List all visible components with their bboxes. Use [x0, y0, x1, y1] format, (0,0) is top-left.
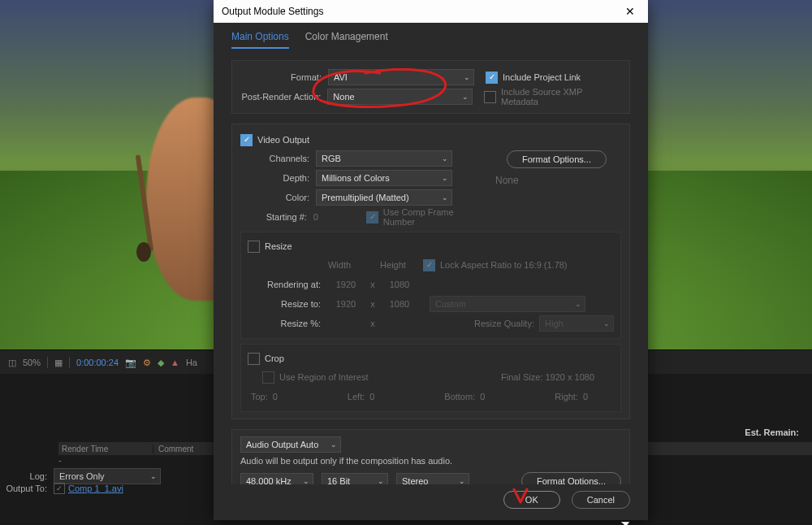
rendering-at-label: Rendering at: — [248, 280, 327, 289]
use-roi-label: Use Region of Interest — [279, 372, 368, 382]
post-render-select[interactable]: None ⌄ — [327, 89, 473, 105]
resize-quality-select: High ⌄ — [539, 315, 614, 332]
include-xmp-label: Include Source XMP Metadata — [501, 87, 621, 106]
resize-pct-label: Resize %: — [248, 319, 327, 328]
video-output-title: Video Output — [257, 135, 309, 145]
include-project-link-checkbox[interactable] — [486, 72, 498, 84]
crop-left-value: 0 — [369, 392, 400, 401]
video-format-options-button[interactable]: Format Options... — [507, 150, 607, 168]
cancel-button[interactable]: Cancel — [572, 491, 630, 509]
format-label: Format: — [240, 72, 328, 82]
ok-button[interactable]: OK — [503, 491, 560, 509]
starting-value: 0 — [313, 212, 343, 222]
chevron-down-icon: ⌄ — [442, 193, 448, 202]
bg-tail-tip — [136, 242, 151, 262]
chevron-down-icon: ⌄ — [330, 440, 337, 449]
resize-to-preset-select: Custom ⌄ — [430, 296, 585, 312]
hint-text: Ha — [186, 358, 197, 367]
video-output-checkbox[interactable] — [240, 134, 253, 146]
red-icon[interactable]: ▲ — [171, 358, 179, 367]
include-project-link-label: Include Project Link — [503, 72, 581, 82]
log-select[interactable]: Errors Only ⌄ — [54, 468, 161, 484]
lock-aspect-label: Lock Aspect Ratio to 16:9 (1.78) — [440, 260, 568, 270]
crop-bottom-value: 0 — [480, 392, 511, 401]
resize-to-width: 1920 — [327, 299, 365, 309]
x-sep-3: x — [365, 319, 381, 328]
depth-select[interactable]: Millions of Colors ⌄ — [316, 170, 452, 186]
video-panel: Video Output Channels: RGB ⌄ Depth: Mi — [231, 124, 630, 419]
x-sep-1: x — [365, 280, 381, 289]
audio-output-mode-select[interactable]: Audio Output Auto ⌄ — [240, 436, 341, 453]
dialog-footer: OK Cancel — [214, 484, 648, 520]
output-to-link[interactable]: Comp 1_1.avi — [68, 484, 123, 493]
nav-icon[interactable]: ⚙ — [143, 358, 151, 368]
output-to-label: Output To: — [0, 484, 54, 493]
resize-height-header: Height — [374, 260, 412, 270]
rendering-at-width: 1920 — [327, 280, 365, 289]
log-row: Log: Errors Only ⌄ — [0, 468, 161, 484]
audio-note: Audio will be output only if the composi… — [240, 453, 621, 472]
tabs: Main Options Color Management — [214, 23, 648, 49]
chevron-down-icon: ⌄ — [150, 472, 157, 480]
use-comp-frame-label: Use Comp Frame Number — [383, 207, 484, 227]
crop-bottom-label: Bottom: — [444, 392, 475, 401]
output-to-checkbox[interactable]: ✓ — [54, 483, 65, 494]
crop-left-label: Left: — [348, 392, 365, 401]
masks-icon[interactable]: ◫ — [8, 358, 16, 368]
crop-panel: Crop Use Region of Interest Final Size: … — [240, 344, 621, 412]
crop-final-size: Final Size: 1920 x 1080 — [501, 372, 614, 382]
channels-select[interactable]: RGB ⌄ — [316, 150, 452, 167]
green-icon[interactable]: ◆ — [158, 358, 164, 368]
chevron-down-icon: ⌄ — [464, 73, 470, 81]
resize-to-label: Resize to: — [248, 299, 327, 309]
queue-row-dash: - — [58, 455, 62, 468]
crop-title: Crop — [265, 354, 284, 363]
dialog-titlebar[interactable]: Output Module Settings ✕ — [214, 0, 648, 23]
tab-color-management[interactable]: Color Management — [305, 31, 388, 49]
chevron-down-icon: ⌄ — [603, 319, 610, 328]
crop-right-value: 0 — [583, 392, 614, 401]
video-format-options-value: None — [492, 175, 621, 186]
chevron-down-icon: ⌄ — [303, 477, 309, 484]
chevron-down-icon: ⌄ — [459, 477, 465, 484]
color-select[interactable]: Premultiplied (Matted) ⌄ — [316, 189, 452, 206]
lock-aspect-checkbox — [423, 259, 435, 271]
layers-icon[interactable]: ▦ — [54, 358, 63, 368]
channels-label: Channels: — [240, 154, 316, 163]
chevron-down-icon: ⌄ — [462, 93, 469, 101]
include-xmp-checkbox[interactable] — [484, 91, 496, 103]
resize-panel: Resize Width Height Lock Aspect Ratio to… — [240, 232, 621, 339]
output-to-row: Output To: ✓ Comp 1_1.avi — [0, 483, 123, 494]
queue-col-render-time[interactable]: Render Time — [58, 445, 153, 453]
audio-bit-depth-select[interactable]: 16 Bit ⌄ — [322, 473, 388, 484]
dialog-title: Output Module Settings — [222, 6, 620, 17]
resize-to-height: 1080 — [381, 299, 418, 309]
audio-sample-rate-select[interactable]: 48.000 kHz ⌄ — [240, 473, 313, 484]
rendering-at-height: 1080 — [381, 280, 418, 289]
crop-top-label: Top: — [251, 392, 268, 401]
chevron-down-icon: ⌄ — [378, 477, 384, 484]
audio-format-options-button[interactable]: Format Options... — [521, 472, 621, 484]
resize-title: Resize — [265, 241, 292, 251]
post-render-label: Post-Render Action: — [240, 92, 327, 102]
x-sep-2: x — [365, 299, 381, 309]
audio-panel: Audio Output Auto ⌄ Audio will be output… — [231, 429, 630, 484]
audio-channels-select[interactable]: Stereo ⌄ — [396, 473, 469, 484]
resize-quality-label: Resize Quality: — [418, 319, 539, 328]
resize-checkbox[interactable] — [248, 241, 260, 253]
crop-checkbox[interactable] — [248, 353, 260, 365]
timecode[interactable]: 0:00:00:24 — [76, 358, 119, 367]
log-label: Log: — [0, 471, 54, 481]
close-icon[interactable]: ✕ — [620, 3, 640, 20]
format-select[interactable]: AVI ⌄ — [328, 69, 474, 85]
zoom-value[interactable]: 50% — [23, 358, 41, 367]
crop-right-label: Right: — [555, 392, 578, 401]
format-panel: Format: AVI ⌄ Include Project Link Post-… — [231, 60, 630, 114]
snapshot-icon[interactable]: 📷 — [125, 358, 136, 368]
use-roi-checkbox — [262, 371, 274, 384]
resize-width-header: Width — [321, 260, 358, 270]
tab-main-options[interactable]: Main Options — [231, 31, 289, 49]
use-comp-frame-checkbox — [366, 211, 378, 223]
chevron-down-icon: ⌄ — [442, 154, 448, 163]
queue-col-comment[interactable]: Comment — [153, 445, 193, 453]
